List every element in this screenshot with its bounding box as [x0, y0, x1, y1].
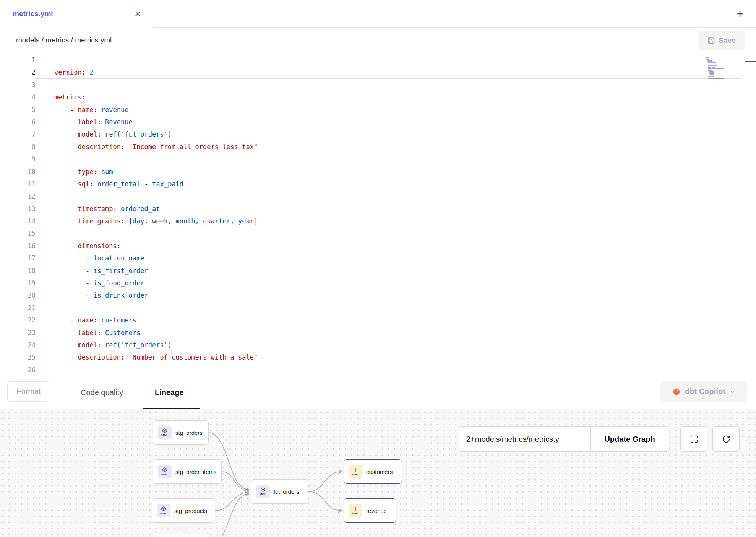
line-number: 3	[0, 79, 36, 91]
lineage-edge	[308, 472, 341, 491]
node-label: stg_orders	[175, 430, 203, 436]
code-line-1	[54, 54, 745, 66]
tab-strip: metrics.yml × +	[0, 0, 756, 28]
line-number: 12	[0, 190, 36, 202]
line-number: 11	[0, 178, 36, 190]
code-line-12	[54, 190, 745, 202]
lineage-node-stg_products[interactable]: MDLstg_products	[152, 498, 215, 523]
node-label: customers	[366, 469, 393, 475]
update-graph-button[interactable]: Update Graph	[590, 426, 669, 452]
line-number: 1	[0, 54, 36, 66]
model-icon: MDL	[158, 426, 172, 439]
line-number: 5	[0, 104, 36, 116]
tab-lineage[interactable]: Lineage	[155, 376, 184, 408]
copilot-label: dbt Copilot	[685, 387, 725, 396]
lineage-node-fct_orders[interactable]: MDLfct_orders	[251, 479, 308, 504]
lineage-node-revenue[interactable]: METrevenue	[344, 498, 396, 523]
code-line-3	[54, 79, 745, 91]
chevron-down-icon	[729, 389, 735, 395]
line-number: 7	[0, 128, 36, 140]
code-line-11: sql: order_total - tax_paid	[54, 178, 745, 190]
line-number: 13	[0, 203, 36, 215]
save-icon	[707, 37, 715, 44]
refresh-button[interactable]	[712, 426, 740, 452]
node-label: revenue	[366, 508, 387, 514]
fullscreen-button[interactable]	[680, 426, 707, 452]
code-editor[interactable]: 1234567891011121314151617181920212223242…	[0, 53, 756, 376]
format-button[interactable]: Format	[7, 381, 50, 402]
code-line-9	[54, 153, 745, 165]
lineage-node-stg_orders[interactable]: MDLstg_orders	[153, 420, 209, 445]
code-line-13: timestamp: ordered_at	[54, 203, 745, 215]
line-number: 8	[0, 141, 36, 153]
lineage-edge	[308, 491, 341, 511]
save-button[interactable]: Save	[698, 31, 745, 50]
code-line-26	[54, 364, 745, 376]
line-number: 23	[0, 327, 36, 339]
lineage-selector-input[interactable]	[459, 426, 591, 452]
code-line-25: description: "Number of customers with a…	[54, 351, 745, 363]
model-icon: MDL	[158, 465, 172, 478]
lineage-edge	[222, 472, 248, 491]
new-tab-icon[interactable]: +	[731, 6, 749, 22]
line-number: 10	[0, 166, 36, 178]
tab-code-quality[interactable]: Code quality	[81, 376, 123, 408]
node-label: fct_orders	[274, 488, 299, 495]
code-line-16: dimensions:	[54, 240, 745, 252]
breadcrumb-row: models / metrics / metrics.yml Save	[0, 28, 756, 53]
code-line-7: model: ref('fct_orders')	[54, 128, 745, 140]
line-number: 25	[0, 351, 36, 363]
node-label: stg_products	[174, 508, 207, 514]
tab-title: metrics.yml	[13, 10, 53, 18]
minimap[interactable]	[705, 55, 725, 80]
code-line-10: type: sum	[54, 166, 745, 178]
metric-icon: MET	[349, 465, 362, 478]
line-number: 22	[0, 314, 36, 326]
line-number: 14	[0, 215, 36, 227]
line-number: 2	[0, 66, 36, 78]
close-icon[interactable]: ×	[130, 7, 145, 21]
line-number: 19	[0, 277, 36, 289]
code-line-22: - name: customers	[54, 314, 745, 326]
lineage-edge	[215, 493, 248, 511]
line-number: 26	[0, 364, 36, 376]
fullscreen-icon	[690, 435, 698, 443]
line-number: 18	[0, 265, 36, 277]
lineage-node-stg_order_items[interactable]: MDLstg_order_items	[153, 459, 222, 484]
code-line-5: - name: revenue	[54, 104, 745, 116]
line-number: 17	[0, 252, 36, 264]
gutter: 1234567891011121314151617181920212223242…	[0, 54, 36, 376]
model-icon: MDL	[157, 504, 170, 517]
line-number: 20	[0, 289, 36, 301]
code-line-19: - is_food_order	[54, 277, 745, 289]
lineage-node-partial[interactable]: MDL	[153, 534, 210, 537]
code-line-17: - location_name	[54, 252, 745, 264]
model-icon: MDL	[256, 485, 270, 498]
code-line-14: time_grains: [day, week, month, quarter,…	[54, 215, 745, 227]
line-number: 24	[0, 339, 36, 351]
lineage-graph[interactable]: MDLstg_ordersMDLstg_order_itemsMDLstg_pr…	[0, 409, 756, 537]
code-line-15	[54, 227, 745, 239]
lineage-edge	[210, 494, 248, 537]
code-line-4: metrics:	[54, 91, 745, 103]
scrollbar-handle[interactable]	[745, 61, 756, 62]
metric-icon: MET	[349, 504, 362, 517]
code-line-20: - is_drink_order	[54, 289, 745, 301]
ide-window: metrics.yml × + models / metrics / metri…	[0, 0, 756, 537]
node-label: stg_order_items	[175, 469, 217, 475]
line-number: 6	[0, 116, 36, 128]
dbt-logo-icon	[672, 387, 681, 396]
code-line-8: description: "Income from all orders les…	[54, 141, 745, 153]
line-number: 4	[0, 91, 36, 103]
code-line-24: model: ref('fct_orders')	[54, 339, 745, 351]
code-line-2: version: 2	[54, 66, 745, 78]
line-number: 16	[0, 240, 36, 252]
line-number: 15	[0, 227, 36, 239]
panel-tab-row: Format Code quality Lineage dbt Copilot	[0, 376, 756, 409]
code-line-23: label: Customers	[54, 327, 745, 339]
save-label: Save	[719, 36, 735, 45]
line-number: 9	[0, 153, 36, 165]
dbt-copilot-button[interactable]: dbt Copilot	[660, 381, 747, 402]
code-line-18: - is_first_order	[54, 265, 745, 277]
lineage-node-customers[interactable]: METcustomers	[344, 459, 402, 484]
